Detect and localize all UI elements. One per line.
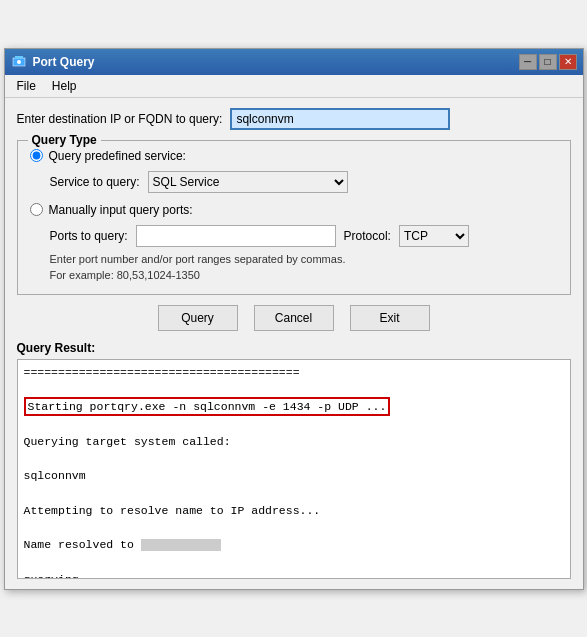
hint-line1: Enter port number and/or port ranges sep…	[50, 253, 346, 265]
result-line-12: querying...	[24, 571, 564, 579]
result-line-2: Starting portqry.exe -n sqlconnvm -e 143…	[24, 398, 564, 415]
highlight-box-1: Starting portqry.exe -n sqlconnvm -e 143…	[24, 397, 391, 416]
radio-predefined[interactable]	[30, 149, 43, 162]
main-window: Port Query ─ □ ✕ File Help Enter destina…	[4, 48, 584, 590]
result-label: Query Result:	[17, 341, 571, 355]
radio-predefined-row: Query predefined service:	[30, 149, 558, 163]
ports-input[interactable]	[136, 225, 336, 247]
menubar: File Help	[5, 75, 583, 98]
service-select[interactable]: SQL Service	[148, 171, 348, 193]
window-title: Port Query	[33, 55, 95, 69]
result-line-6: sqlconnvm	[24, 467, 564, 484]
result-line-3	[24, 415, 564, 432]
menu-help[interactable]: Help	[44, 77, 85, 95]
result-line-4: Querying target system called:	[24, 433, 564, 450]
result-line-11	[24, 553, 564, 570]
group-title: Query Type	[28, 133, 101, 147]
close-button[interactable]: ✕	[559, 54, 577, 70]
radio-predefined-label[interactable]: Query predefined service:	[49, 149, 186, 163]
result-line-8: Attempting to resolve name to IP address…	[24, 502, 564, 519]
result-line-0: ========================================	[24, 364, 564, 381]
protocol-label: Protocol:	[344, 229, 391, 243]
ports-row: Ports to query: Protocol: TCP UDP	[50, 225, 558, 247]
dest-label: Enter destination IP or FQDN to query:	[17, 112, 223, 126]
protocol-select[interactable]: TCP UDP	[399, 225, 469, 247]
radio-manual[interactable]	[30, 203, 43, 216]
dest-input[interactable]	[230, 108, 450, 130]
svg-rect-1	[15, 56, 23, 58]
result-line-7	[24, 484, 564, 501]
result-line-5	[24, 450, 564, 467]
ports-label: Ports to query:	[50, 229, 128, 243]
title-bar: Port Query ─ □ ✕	[5, 49, 583, 75]
svg-point-2	[17, 60, 21, 64]
result-line-10: Name resolved to	[24, 536, 564, 553]
radio-manual-row: Manually input query ports:	[30, 203, 558, 217]
main-content: Enter destination IP or FQDN to query: Q…	[5, 98, 583, 589]
service-label: Service to query:	[50, 175, 140, 189]
destination-row: Enter destination IP or FQDN to query:	[17, 108, 571, 130]
ip-blur	[141, 539, 221, 551]
service-row: Service to query: SQL Service	[50, 171, 558, 193]
button-row: Query Cancel Exit	[17, 305, 571, 331]
result-area[interactable]: ========================================…	[17, 359, 571, 579]
hint-line2: For example: 80,53,1024-1350	[50, 269, 200, 281]
maximize-button[interactable]: □	[539, 54, 557, 70]
menu-file[interactable]: File	[9, 77, 44, 95]
hint-text: Enter port number and/or port ranges sep…	[50, 251, 558, 284]
radio-manual-label[interactable]: Manually input query ports:	[49, 203, 193, 217]
minimize-button[interactable]: ─	[519, 54, 537, 70]
title-bar-left: Port Query	[11, 54, 95, 70]
query-button[interactable]: Query	[158, 305, 238, 331]
cancel-button[interactable]: Cancel	[254, 305, 334, 331]
query-type-group: Query Type Query predefined service: Ser…	[17, 140, 571, 295]
result-line-9	[24, 519, 564, 536]
exit-button[interactable]: Exit	[350, 305, 430, 331]
result-line-1	[24, 381, 564, 398]
window-controls: ─ □ ✕	[519, 54, 577, 70]
app-icon	[11, 54, 27, 70]
